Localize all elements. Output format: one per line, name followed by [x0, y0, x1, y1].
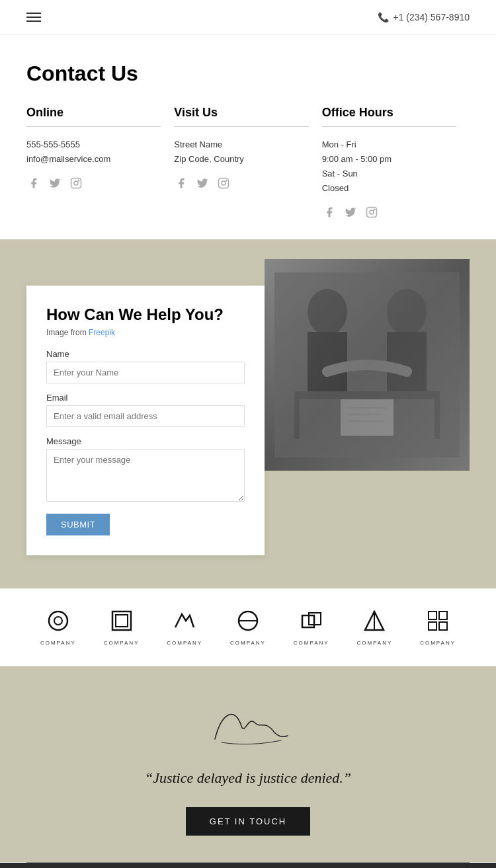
message-group: Message	[46, 436, 245, 504]
hours-social-icons	[322, 205, 456, 219]
header: 📞 +1 (234) 567-8910	[0, 0, 496, 35]
svg-point-21	[49, 612, 67, 630]
svg-point-7	[370, 210, 374, 214]
logo-5: COMPANY	[294, 609, 329, 646]
svg-rect-34	[439, 622, 447, 630]
hours-twitter-icon[interactable]	[343, 205, 358, 219]
online-divider	[26, 126, 161, 127]
online-email: info@mailservice.com	[26, 152, 161, 167]
svg-rect-3	[219, 178, 229, 188]
name-input[interactable]	[46, 362, 245, 383]
logo-3: COMPANY	[167, 609, 202, 646]
form-title: How Can We Help You?	[46, 305, 245, 324]
svg-rect-33	[429, 622, 436, 630]
visit-info: Street Name Zip Code, Country	[174, 138, 308, 167]
logo-6-label: COMPANY	[356, 640, 392, 646]
logo-5-icon	[300, 609, 323, 637]
message-textarea[interactable]	[46, 449, 245, 502]
logo-4-label: COMPANY	[230, 640, 266, 646]
logo-6-icon	[362, 609, 386, 637]
hours-facebook-icon[interactable]	[322, 205, 337, 219]
logo-1-label: COMPANY	[40, 640, 76, 646]
phone-number: +1 (234) 567-8910	[393, 12, 470, 22]
logo-6: COMPANY	[356, 609, 392, 646]
phone-area: 📞 +1 (234) 567-8910	[378, 12, 470, 22]
svg-point-5	[226, 180, 227, 181]
weekend-label: Sat - Sun	[322, 167, 456, 181]
hours-title: Office Hours	[322, 106, 456, 120]
logos-section: COMPANY COMPANY COMPANY COMPANY COMPANY …	[0, 588, 496, 666]
logo-2: COMPANY	[104, 609, 140, 646]
visit-twitter-icon[interactable]	[195, 176, 210, 190]
svg-point-8	[374, 210, 375, 211]
svg-rect-32	[439, 612, 447, 619]
svg-rect-17	[341, 399, 393, 436]
online-social-icons	[26, 176, 161, 190]
visit-facebook-icon[interactable]	[174, 176, 188, 190]
visit-divider	[174, 126, 308, 127]
online-column: Online 555-555-5555 info@mailservice.com	[26, 106, 174, 219]
name-label: Name	[46, 349, 245, 359]
svg-rect-6	[366, 208, 376, 217]
form-section: How Can We Help You? Image from Freepik …	[0, 239, 496, 588]
get-in-touch-button[interactable]: GET IN TOUCH	[186, 807, 310, 836]
svg-rect-14	[294, 391, 440, 399]
weekdays-label: Mon - Fri	[322, 138, 456, 152]
message-label: Message	[46, 436, 245, 446]
visit-column: Visit Us Street Name Zip Code, Country	[174, 106, 321, 219]
online-info: 555-555-5555 info@mailservice.com	[26, 138, 161, 167]
hamburger-menu[interactable]	[26, 13, 41, 22]
svg-point-2	[78, 180, 79, 181]
online-phone: 555-555-5555	[26, 138, 161, 152]
quote-text: “Justice delayed is justice denied.”	[26, 768, 470, 789]
image-credit: Image from Freepik	[46, 328, 245, 337]
visit-instagram-icon[interactable]	[216, 176, 231, 190]
svg-rect-15	[294, 399, 300, 439]
logo-1-icon	[46, 609, 70, 637]
instagram-icon[interactable]	[69, 176, 83, 190]
visit-title: Visit Us	[174, 106, 308, 120]
phone-icon: 📞	[378, 12, 389, 22]
logo-7: COMPANY	[420, 609, 456, 646]
submit-button[interactable]: SUBMIT	[46, 514, 110, 535]
logo-4: COMPANY	[230, 609, 266, 646]
freepik-link[interactable]: Freepik	[89, 328, 115, 337]
svg-rect-24	[116, 615, 128, 627]
logo-5-label: COMPANY	[294, 640, 329, 646]
svg-rect-16	[434, 399, 440, 439]
logo-2-label: COMPANY	[104, 640, 140, 646]
logo-1: COMPANY	[40, 609, 76, 646]
weekend-status: Closed	[322, 181, 456, 196]
logo-4-icon	[236, 609, 260, 637]
logo-3-label: COMPANY	[167, 640, 202, 646]
weekday-hours: 9:00 am - 5:00 pm	[322, 152, 456, 167]
hero-photo	[265, 259, 470, 471]
quote-section: “Justice delayed is justice denied.” GET…	[0, 666, 496, 862]
svg-point-4	[222, 181, 226, 185]
email-input[interactable]	[46, 405, 245, 427]
visit-social-icons	[174, 176, 308, 190]
logo-7-label: COMPANY	[420, 640, 456, 646]
svg-point-22	[54, 617, 62, 625]
email-label: Email	[46, 393, 245, 403]
visit-street: Street Name	[174, 138, 308, 152]
footer: Sample text. Click to select the Text El…	[0, 863, 496, 868]
online-title: Online	[26, 106, 161, 120]
name-group: Name	[46, 349, 245, 383]
signature	[26, 699, 470, 755]
contact-section: Contact Us Online 555-555-5555 info@mail…	[0, 35, 496, 239]
contact-columns: Online 555-555-5555 info@mailservice.com	[26, 106, 470, 219]
logo-2-icon	[110, 609, 134, 637]
twitter-icon[interactable]	[48, 176, 62, 190]
photo-placeholder	[265, 259, 470, 471]
logo-3-icon	[173, 609, 196, 637]
svg-point-12	[387, 289, 427, 335]
visit-zip: Zip Code, Country	[174, 152, 308, 167]
form-card: How Can We Help You? Image from Freepik …	[26, 286, 265, 555]
hours-info: Mon - Fri 9:00 am - 5:00 pm Sat - Sun Cl…	[322, 138, 456, 196]
svg-point-10	[308, 289, 347, 335]
hours-instagram-icon[interactable]	[364, 205, 379, 219]
svg-rect-31	[429, 612, 436, 619]
hours-divider	[322, 126, 456, 127]
facebook-icon[interactable]	[26, 176, 41, 190]
